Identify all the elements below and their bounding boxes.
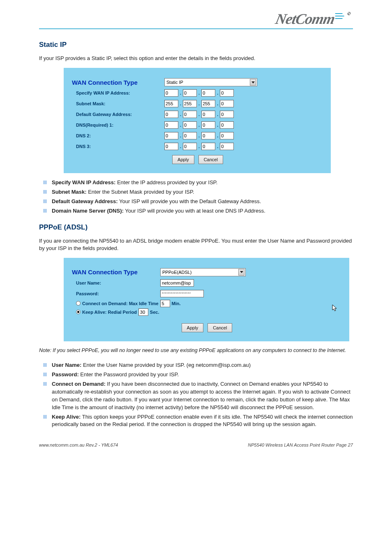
ip-dot: .: [217, 112, 219, 117]
panel1-title: WAN Connection Type: [72, 79, 164, 86]
cursor-icon: [332, 304, 338, 313]
bullet-item: Connect on Demand: If you have been disc…: [43, 380, 353, 411]
ip-octet-input[interactable]: [201, 132, 215, 139]
cancel-button-pppoe[interactable]: Cancel: [208, 323, 232, 332]
ip-row: DNS 2:...: [72, 131, 323, 140]
ip-octet-input[interactable]: [201, 89, 215, 97]
connect-on-demand-label: Connect on Demand: Max Idle Time: [82, 301, 159, 306]
footer-left: www.netcomm.com.au Rev.2 - YML674: [39, 442, 118, 447]
ip-octet-input[interactable]: [164, 100, 178, 107]
bullet-text: Password: Enter the Password provided by…: [52, 371, 353, 379]
apply-button[interactable]: Apply: [172, 155, 194, 164]
cancel-button[interactable]: Cancel: [198, 155, 223, 164]
ip-octet-input[interactable]: [220, 132, 234, 139]
ip-octet-input[interactable]: [183, 132, 197, 139]
panel2-title: WAN Connection Type: [72, 269, 160, 276]
ip-row-inputs: ...: [164, 132, 323, 139]
dropdown-arrow-icon: [250, 79, 256, 86]
ip-octet-input[interactable]: [164, 143, 178, 150]
bullet-square-icon: [43, 199, 47, 203]
ip-dot: .: [180, 112, 182, 117]
screenshot-panel-pppoe: WAN Connection Type PPPoE(ADSL) User Nam…: [64, 258, 349, 341]
ip-dot: .: [217, 133, 219, 138]
brand-logo: NetComm ®: [274, 10, 355, 28]
ip-octet-input[interactable]: [183, 121, 197, 129]
ip-octet-input[interactable]: [201, 143, 215, 150]
ip-octet-input[interactable]: [164, 121, 178, 129]
redial-period-unit: Sec.: [150, 310, 159, 315]
bullet-square-icon: [43, 382, 47, 386]
ip-octet-input[interactable]: [201, 100, 215, 107]
ip-dot: .: [180, 123, 182, 127]
ip-row-inputs: ...: [164, 111, 323, 118]
ip-octet-input[interactable]: [201, 121, 215, 129]
bullet-item: Subnet Mask: Enter the Subnet Mask provi…: [43, 188, 353, 196]
ip-row: Default Gateway Address:...: [72, 110, 323, 119]
bullet-text: Specify WAN IP Address: Enter the IP add…: [52, 179, 353, 187]
bullet-text: Keep Alive: This option keeps your PPPoE…: [52, 413, 353, 429]
max-idle-time-input[interactable]: [160, 300, 170, 307]
ip-octet-input[interactable]: [220, 143, 234, 150]
bullet-text: Subnet Mask: Enter the Subnet Mask provi…: [52, 188, 353, 196]
ip-octet-input[interactable]: [220, 121, 234, 129]
ip-octet-input[interactable]: [183, 100, 197, 107]
dropdown-arrow-icon: [238, 269, 244, 276]
username-input[interactable]: [160, 279, 194, 287]
bullet-item: User Name: Enter the User Name provided …: [43, 361, 353, 369]
username-label: User Name:: [72, 280, 160, 285]
password-input[interactable]: [160, 290, 204, 297]
ip-row: Specify WAN IP Address:...: [72, 88, 323, 97]
ip-row-label: Specify WAN IP Address:: [72, 90, 164, 95]
password-label: Password:: [72, 291, 160, 296]
connect-on-demand-radio[interactable]: [76, 301, 81, 306]
bullet-item: Domain Name Server (DNS): Your ISP will …: [43, 207, 353, 215]
ip-dot: .: [217, 144, 219, 149]
bullet-text: Connect on Demand: If you have been disc…: [52, 380, 353, 411]
ip-octet-input[interactable]: [183, 111, 197, 118]
bullet-square-icon: [43, 363, 47, 367]
bullet-item: Keep Alive: This option keeps your PPPoE…: [43, 413, 353, 429]
ip-octet-input[interactable]: [220, 100, 234, 107]
ip-row-label: DNS(Required) 1:: [72, 123, 164, 127]
ip-octet-input[interactable]: [164, 89, 178, 97]
ip-dot: .: [198, 123, 200, 127]
bullet-text: Default Gateway Address: Your ISP will p…: [52, 198, 353, 206]
ip-octet-input[interactable]: [220, 111, 234, 118]
ip-row-inputs: ...: [164, 143, 323, 150]
wan-type-select-pppoe[interactable]: PPPoE(ADSL): [160, 268, 246, 276]
bullet-item: Default Gateway Address: Your ISP will p…: [43, 198, 353, 206]
bullet-item: Password: Enter the Password provided by…: [43, 371, 353, 379]
keep-alive-radio[interactable]: [76, 310, 81, 314]
bullet-square-icon: [43, 415, 47, 419]
ip-dot: .: [180, 101, 182, 106]
apply-button-pppoe[interactable]: Apply: [182, 323, 204, 332]
ip-row-label: DNS 3:: [72, 144, 164, 149]
pppoe-note: Note: If you select PPPoE, you will no l…: [39, 347, 353, 354]
page-footer: www.netcomm.com.au Rev.2 - YML674 NP5540…: [39, 442, 353, 447]
brand-logo-accent: ®: [335, 11, 351, 21]
bullet-square-icon: [43, 181, 47, 184]
section-heading-pppoe: PPPoE (ADSL): [39, 223, 353, 232]
ip-dot: .: [198, 144, 200, 149]
bullet-item: Specify WAN IP Address: Enter the IP add…: [43, 179, 353, 187]
bullet-text: User Name: Enter the User Name provided …: [52, 361, 353, 369]
bullet-square-icon: [43, 373, 47, 376]
bullet-square-icon: [43, 209, 47, 213]
ip-dot: .: [198, 133, 200, 138]
ip-row: DNS(Required) 1:...: [72, 120, 323, 130]
bullet-list-static-ip: Specify WAN IP Address: Enter the IP add…: [43, 179, 353, 215]
ip-dot: .: [217, 101, 219, 106]
ip-dot: .: [198, 112, 200, 117]
redial-period-input[interactable]: [138, 308, 148, 316]
ip-dot: .: [198, 101, 200, 106]
ip-octet-input[interactable]: [164, 111, 178, 118]
ip-octet-input[interactable]: [183, 143, 197, 150]
header-logo-row: NetComm ®: [39, 10, 353, 28]
ip-octet-input[interactable]: [220, 89, 234, 97]
ip-octet-input[interactable]: [201, 111, 215, 118]
keep-alive-label: Keep Alive: Redial Period: [82, 310, 137, 315]
wan-type-select[interactable]: Static IP: [164, 78, 257, 86]
ip-octet-input[interactable]: [164, 132, 178, 139]
ip-dot: .: [217, 123, 219, 127]
ip-octet-input[interactable]: [183, 89, 197, 97]
